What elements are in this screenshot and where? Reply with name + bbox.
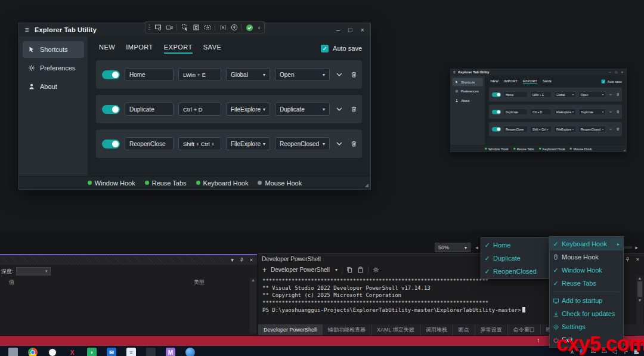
delete-row-button[interactable]	[615, 127, 620, 132]
scroll-up-icon[interactable]: ▲	[638, 276, 642, 280]
action-dropdown[interactable]: ReopenClosed ▾	[275, 137, 330, 150]
delete-row-button[interactable]	[615, 110, 620, 114]
enable-toggle[interactable]	[102, 70, 120, 79]
designer-scroll-right-arrow[interactable]: ▸	[632, 243, 641, 252]
panel-close-icon[interactable]: ×	[250, 257, 253, 263]
enable-toggle[interactable]	[492, 127, 501, 132]
new-terminal-button[interactable]: +	[262, 266, 267, 274]
display-adorners-icon[interactable]	[192, 24, 200, 32]
delete-row-button[interactable]	[615, 92, 620, 97]
menu-item-add-to-startup[interactable]: Add to startup	[550, 294, 623, 307]
action-dropdown[interactable]: Open ▾	[578, 91, 606, 98]
live-visual-tree-icon[interactable]	[154, 24, 162, 32]
tab-call-stack[interactable]: 调用堆栈	[420, 324, 453, 335]
hot-reload-icon[interactable]	[219, 24, 227, 32]
terminal-selector-dropdown[interactable]: Developer PowerShell ▾	[271, 267, 338, 273]
pin-icon[interactable]	[239, 257, 244, 263]
minimize-button[interactable]: –	[609, 70, 611, 74]
hotkey-field[interactable]: Ctrl + D	[530, 109, 552, 115]
enable-toggle[interactable]	[102, 105, 120, 114]
expand-row-button[interactable]	[608, 92, 613, 97]
maximize-button[interactable]: □	[615, 70, 617, 74]
minimize-button[interactable]: –	[336, 26, 340, 33]
status-ok-icon[interactable]	[246, 24, 253, 32]
up-arrow-icon[interactable]: ↑	[537, 336, 540, 343]
hotkey-field[interactable]: Ctrl + D	[178, 103, 221, 116]
panda-app-icon[interactable]	[48, 348, 57, 356]
expand-row-button[interactable]	[335, 104, 344, 114]
accessibility-checker-icon[interactable]	[230, 24, 238, 32]
auto-save-toggle[interactable]: ✓ Auto save	[602, 79, 622, 83]
close-button[interactable]: ×	[621, 70, 623, 74]
shortcut-name-field[interactable]: Home	[503, 91, 528, 98]
hamburger-menu-icon[interactable]: ≡	[451, 70, 459, 75]
scope-dropdown[interactable]: Global ▾	[226, 68, 270, 81]
gear-icon[interactable]	[373, 267, 379, 273]
resize-grip[interactable]: ◢	[365, 182, 369, 188]
sidebar-item-shortcuts[interactable]: Shortcuts	[453, 78, 484, 86]
paste-icon[interactable]	[357, 267, 364, 273]
tab-new[interactable]: NEW	[99, 44, 115, 54]
hotkey-field[interactable]: Shift + Ctrl +	[178, 137, 221, 150]
submenu-item-reopenclosed[interactable]: ✓ ReopenClosed	[481, 265, 549, 278]
gray-app-icon[interactable]	[8, 348, 18, 356]
scrollbar-thumb[interactable]	[637, 281, 642, 297]
checkbox-checked-icon[interactable]: ✓	[321, 45, 329, 52]
sidebar-item-about[interactable]: About	[23, 78, 84, 95]
tab-command-window[interactable]: 命令窗口	[508, 324, 541, 335]
hotkey-field[interactable]: Shift + Ctrl +	[530, 126, 552, 132]
action-dropdown[interactable]: Duplicate ▾	[275, 103, 330, 116]
screenshot-icon[interactable]	[165, 24, 173, 32]
menu-item-mouse-hook[interactable]: Mouse Hook	[550, 250, 623, 264]
submenu-item-home[interactable]: ✓ Home	[481, 239, 549, 252]
tab-breakpoints[interactable]: 断点	[453, 324, 475, 335]
delete-row-button[interactable]	[349, 104, 358, 114]
tab-accessibility-checker[interactable]: 辅助功能检查器	[323, 324, 371, 335]
sidebar-item-preferences[interactable]: Preferences	[453, 87, 484, 95]
action-dropdown[interactable]: Open ▾	[275, 68, 330, 81]
red-app-icon[interactable]: X	[67, 348, 77, 356]
shortcut-name-field[interactable]: ReopenClose	[125, 137, 174, 150]
action-dropdown[interactable]: ReopenClosed ▾	[578, 126, 606, 132]
locals-scrollbar[interactable]: ▲	[250, 278, 256, 333]
submenu-item-duplicate[interactable]: ✓ Duplicate	[481, 252, 549, 265]
collapse-toolbar-icon[interactable]: ‹	[257, 24, 261, 31]
scroll-up-icon[interactable]: ▲	[251, 278, 255, 282]
shortcut-name-field[interactable]: Duplicate	[503, 109, 528, 115]
tab-exception-settings[interactable]: 异常设置	[475, 324, 508, 335]
expand-row-button[interactable]	[608, 110, 613, 114]
enable-toggle[interactable]	[492, 92, 501, 97]
menu-item-reuse-tabs[interactable]: ✓ Reuse Tabs	[550, 277, 623, 290]
toolbar-drag-handle[interactable]	[148, 24, 150, 31]
panel-close-icon[interactable]: ×	[636, 256, 639, 262]
enable-toggle[interactable]	[492, 110, 501, 114]
mail-app-icon[interactable]: ✉	[107, 348, 116, 356]
select-element-icon[interactable]	[181, 24, 188, 32]
tab-xaml-binding-failures[interactable]: XAML 绑定失败	[371, 324, 420, 335]
shortcut-name-field[interactable]: ReopenClose	[503, 126, 528, 132]
column-header-type[interactable]: 类型	[194, 278, 205, 286]
tab-save[interactable]: SAVE	[203, 44, 222, 54]
hamburger-menu-icon[interactable]: ≡	[19, 26, 35, 34]
expand-row-button[interactable]	[335, 139, 344, 148]
pin-icon[interactable]	[625, 256, 630, 262]
depth-dropdown[interactable]: ▾	[16, 267, 51, 275]
designer-scroll-left-arrow[interactable]: ◂	[472, 243, 481, 252]
close-button[interactable]: ×	[361, 26, 364, 33]
checkbox-checked-icon[interactable]: ✓	[602, 79, 606, 83]
scroll-down-icon[interactable]: ▼	[638, 298, 642, 302]
sidebar-item-preferences[interactable]: Preferences	[23, 60, 84, 76]
auto-save-toggle[interactable]: ✓ Auto save	[321, 45, 362, 52]
delete-row-button[interactable]	[349, 139, 358, 148]
designer-zoom-control[interactable]: 50% ▾	[435, 243, 470, 252]
tab-developer-powershell[interactable]: Developer PowerShell	[258, 324, 323, 335]
locals-panel-titlebar[interactable]: ▾ ×	[0, 255, 257, 265]
dark-app-icon[interactable]	[146, 348, 156, 356]
scope-dropdown[interactable]: FileExplore ▾	[226, 103, 270, 116]
menu-item-keyboard-hook[interactable]: ✓ Keyboard Hook ▸	[550, 237, 623, 250]
copy-icon[interactable]	[346, 267, 353, 273]
expand-row-button[interactable]	[608, 127, 613, 132]
shortcut-name-field[interactable]: Home	[125, 68, 174, 81]
document-app-icon[interactable]: ≡	[126, 348, 136, 356]
action-dropdown[interactable]: Duplicate ▾	[578, 109, 606, 115]
